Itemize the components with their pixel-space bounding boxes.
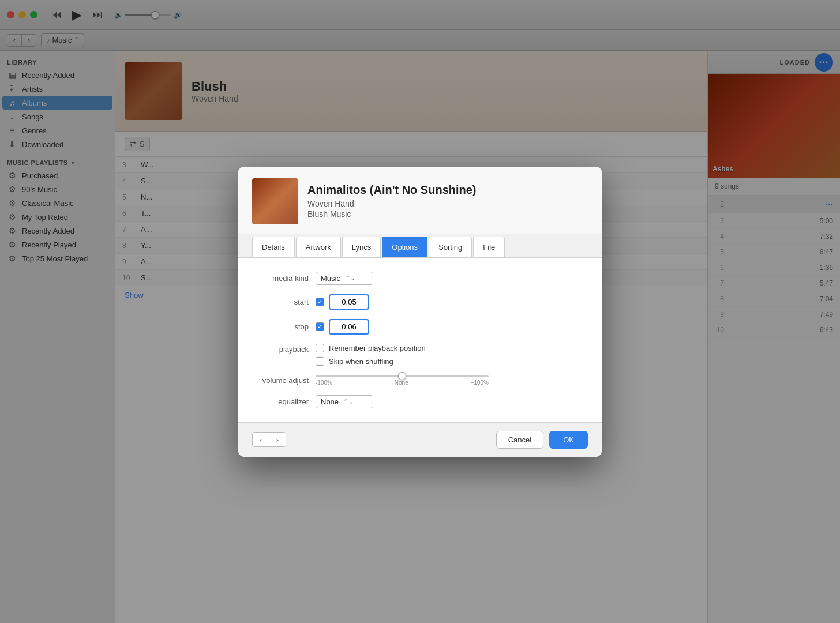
- vol-max-label: +100%: [471, 380, 489, 386]
- modal-body: media kind Music ⌃⌄ start ✓: [238, 258, 602, 422]
- stop-label: stop: [257, 322, 309, 331]
- start-time-field: ✓: [316, 294, 369, 310]
- modal-prev-button[interactable]: ‹: [252, 432, 269, 447]
- playback-checkboxes: Remember playback position Skip when shu…: [316, 344, 426, 366]
- tab-options[interactable]: Options: [382, 237, 427, 257]
- remember-playback-row[interactable]: Remember playback position: [316, 344, 426, 352]
- vol-none-label: None: [332, 380, 471, 386]
- modal-artist: Woven Hand: [308, 199, 477, 208]
- modal-overlay: Animalitos (Ain't No Sunshine) Woven Han…: [0, 0, 840, 623]
- media-kind-row: media kind Music ⌃⌄: [257, 272, 583, 285]
- modal-header: Animalitos (Ain't No Sunshine) Woven Han…: [238, 167, 602, 234]
- equalizer-label: equalizer: [257, 397, 309, 406]
- volume-adjust-thumb[interactable]: [398, 372, 406, 380]
- modal-tabs: Details Artwork Lyrics Options Sorting F…: [238, 234, 602, 258]
- stop-time-input[interactable]: [329, 319, 369, 335]
- cancel-button[interactable]: Cancel: [496, 431, 543, 449]
- modal-album: Blush Music: [308, 209, 477, 219]
- equalizer-section: equalizer None ⌃⌄: [257, 395, 583, 408]
- skip-shuffling-checkbox[interactable]: [316, 357, 324, 366]
- tab-file[interactable]: File: [473, 237, 505, 257]
- skip-shuffling-row[interactable]: Skip when shuffling: [316, 357, 426, 366]
- stop-time-field: ✓: [316, 319, 369, 335]
- modal-action-buttons: Cancel OK: [496, 431, 588, 449]
- start-time-input[interactable]: [329, 294, 369, 310]
- media-kind-label: media kind: [257, 274, 309, 283]
- playback-label: playback: [257, 344, 309, 354]
- equalizer-select[interactable]: None ⌃⌄: [316, 395, 373, 408]
- modal-album-art: [252, 178, 298, 224]
- volume-adjust-section: volume adjust: [257, 375, 583, 386]
- media-kind-select[interactable]: Music ⌃⌄: [316, 272, 373, 285]
- modal-nav-buttons: ‹ ›: [252, 432, 286, 447]
- tab-details[interactable]: Details: [252, 237, 295, 257]
- volume-adjust-control: -100% None +100%: [316, 375, 489, 386]
- remember-playback-label: Remember playback position: [329, 344, 426, 352]
- modal-song-info: Animalitos (Ain't No Sunshine) Woven Han…: [308, 183, 477, 219]
- start-time-row: start ✓: [257, 294, 583, 310]
- ok-button[interactable]: OK: [549, 431, 588, 449]
- volume-adjust-labels: -100% None +100%: [316, 380, 489, 386]
- equalizer-arrow-icon: ⌃⌄: [343, 398, 354, 406]
- check-icon: ✓: [317, 323, 322, 331]
- skip-shuffling-label: Skip when shuffling: [329, 357, 393, 366]
- check-icon: ✓: [317, 298, 322, 306]
- stop-checkbox[interactable]: ✓: [316, 322, 324, 331]
- media-kind-value: Music: [321, 274, 340, 283]
- vol-min-label: -100%: [316, 380, 332, 386]
- equalizer-value: None: [321, 397, 339, 406]
- tab-sorting[interactable]: Sorting: [429, 237, 472, 257]
- select-arrow-icon: ⌃⌄: [345, 275, 355, 282]
- modal-next-button[interactable]: ›: [269, 432, 286, 447]
- playback-section: playback Remember playback position Skip…: [257, 344, 583, 366]
- remember-checkbox[interactable]: [316, 344, 324, 352]
- modal-song-title: Animalitos (Ain't No Sunshine): [308, 183, 477, 197]
- start-label: start: [257, 298, 309, 306]
- stop-time-row: stop ✓: [257, 319, 583, 335]
- volume-adjust-label: volume adjust: [257, 376, 309, 385]
- tab-artwork[interactable]: Artwork: [296, 237, 341, 257]
- start-checkbox[interactable]: ✓: [316, 298, 324, 306]
- tab-lyrics[interactable]: Lyrics: [342, 237, 381, 257]
- itunes-window: ⏮ ▶ ⏭ 🔈 🔊 ‹ › ♪ Music ⌃ Library: [0, 0, 840, 623]
- song-info-modal: Animalitos (Ain't No Sunshine) Woven Han…: [238, 167, 602, 457]
- modal-footer: ‹ › Cancel OK: [238, 422, 602, 457]
- volume-adjust-track[interactable]: [316, 375, 489, 377]
